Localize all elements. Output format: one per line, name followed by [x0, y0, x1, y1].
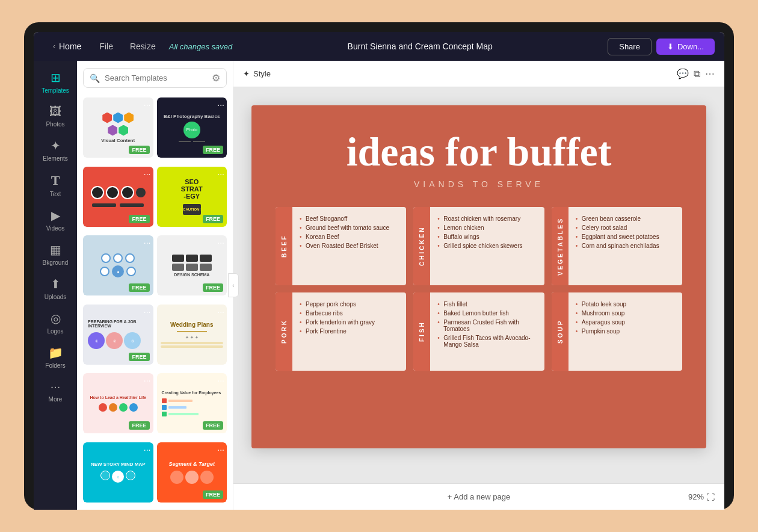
list-item: Potato leek soup	[576, 300, 675, 309]
food-card-soup[interactable]: SOUP Potato leek soup Mushroom soup Aspa…	[552, 292, 682, 371]
canvas-toolbar-icons: 💬 ⧉ ⋯	[677, 68, 715, 79]
template-menu-icon[interactable]: ···	[144, 307, 151, 317]
list-item: Mushroom soup	[576, 309, 675, 318]
template-menu-icon[interactable]: ···	[217, 169, 224, 179]
template-item[interactable]: ● FREE ···	[83, 235, 153, 295]
sidebar-item-background[interactable]: ▦ Bkground	[34, 238, 77, 271]
list-item: Buffalo wings	[437, 232, 537, 241]
icon-sidebar: ⊞ Templates 🖼 Photos ✦ Elements T Text ▶	[34, 61, 77, 510]
canvas-scroll[interactable]: ideas for buffet VIANDS TO SERVE BEEF Be…	[233, 87, 724, 483]
document-title: Burnt Sienna and Cream Concept Map	[232, 42, 608, 51]
download-button[interactable]: ⬇ Down...	[656, 39, 715, 55]
template-item[interactable]: NEW STORY MIND MAP ○ ···	[83, 442, 153, 503]
template-menu-icon[interactable]: ···	[144, 376, 151, 385]
free-badge: FREE	[129, 146, 149, 154]
soup-label: SOUP	[552, 292, 568, 371]
soup-content: Potato leek soup Mushroom soup Asparagus…	[568, 292, 682, 371]
template-item[interactable]: Creating Value for Employees	[157, 373, 227, 433]
list-item: Green bean casserole	[576, 214, 675, 223]
zoom-level: 92%	[688, 492, 704, 501]
videos-label: Videos	[46, 225, 64, 232]
home-button[interactable]: ‹ Home	[43, 32, 91, 61]
list-item: Beef Stroganoff	[300, 214, 399, 223]
sidebar-item-photos[interactable]: 🖼 Photos	[34, 100, 77, 132]
zoom-controls: 92% ⛶	[688, 492, 715, 502]
list-item: Asparagus soup	[576, 318, 675, 327]
vegetables-label: VEGETABLES	[552, 207, 568, 285]
sidebar-item-more[interactable]: ··· More	[34, 375, 77, 407]
expand-icon[interactable]: ⛶	[706, 492, 715, 502]
screen: ‹ Home File Resize All changes saved Bur…	[34, 32, 724, 510]
template-item[interactable]: B&I Photography Basics Photo FREE ···	[157, 97, 227, 158]
food-card-vegetables[interactable]: VEGETABLES Green bean casserole Celery r…	[552, 207, 682, 285]
template-menu-icon[interactable]: ···	[144, 445, 151, 454]
panel-collapse-handle[interactable]: ‹	[228, 273, 239, 297]
food-card-fish[interactable]: FISH Fish fillet Baked Lemon butter fish…	[413, 292, 544, 371]
folders-label: Folders	[45, 362, 65, 369]
template-item[interactable]: FREE ···	[83, 167, 153, 227]
sidebar-item-logos[interactable]: ◎ Logos	[34, 306, 77, 339]
pork-content: Pepper pork chops Barbecue ribs Pork ten…	[292, 292, 406, 371]
template-item[interactable]: Visual Content FREE ···	[83, 97, 153, 158]
template-menu-icon[interactable]: ···	[144, 100, 151, 110]
uploads-icon: ⬆	[51, 277, 61, 291]
template-menu-icon[interactable]: ···	[217, 238, 224, 247]
comment-icon[interactable]: 💬	[677, 68, 689, 79]
laptop-frame: ‹ Home File Resize All changes saved Bur…	[24, 22, 734, 510]
template-menu-icon[interactable]: ···	[217, 100, 224, 110]
sidebar-item-videos[interactable]: ▶ Videos	[34, 203, 77, 237]
sidebar-item-uploads[interactable]: ⬆ Uploads	[34, 272, 77, 305]
template-menu-icon[interactable]: ···	[217, 376, 224, 385]
template-item[interactable]: Wedding Plans ✦ ✦ ✦ ···	[157, 305, 227, 365]
food-card-beef[interactable]: BEEF Beef Stroganoff Ground beef with to…	[276, 207, 406, 285]
filter-icon[interactable]: ⚙	[212, 72, 220, 84]
search-bar: 🔍 ⚙	[83, 68, 227, 88]
free-badge: FREE	[203, 146, 223, 154]
uploads-label: Uploads	[45, 294, 67, 300]
sidebar-item-elements[interactable]: ✦ Elements	[34, 134, 77, 167]
share-button[interactable]: Share	[608, 38, 652, 55]
free-badge: FREE	[203, 215, 223, 223]
home-label: Home	[59, 42, 81, 51]
more-options-icon[interactable]: ⋯	[705, 68, 715, 79]
photos-icon: 🖼	[49, 105, 61, 119]
vegetables-content: Green bean casserole Celery root salad E…	[568, 207, 682, 285]
free-badge: FREE	[129, 283, 149, 292]
resize-button[interactable]: Resize	[122, 32, 164, 61]
list-item: Grilled spice chicken skewers	[437, 241, 537, 250]
list-item: Pumpkin soup	[576, 327, 675, 336]
food-card-chicken[interactable]: CHICKEN Roast chicken with rosemary Lemo…	[413, 207, 544, 285]
search-input[interactable]	[105, 73, 207, 82]
sidebar-item-folders[interactable]: 📁 Folders	[34, 341, 77, 374]
list-item: Barbecue ribs	[300, 309, 399, 318]
template-menu-icon[interactable]: ···	[217, 307, 224, 317]
template-item[interactable]: DESIGN SCHEMA FREE ···	[157, 235, 227, 295]
slide-canvas[interactable]: ideas for buffet VIANDS TO SERVE BEEF Be…	[251, 105, 706, 448]
list-item: Pork Florentine	[300, 327, 399, 336]
add-page-button[interactable]: + Add a new page	[448, 492, 510, 501]
style-button[interactable]: ✦ Style	[243, 69, 271, 78]
sidebar-item-templates[interactable]: ⊞ Templates	[34, 66, 77, 99]
photos-label: Photos	[46, 121, 64, 128]
background-label: Bkground	[43, 259, 69, 266]
search-icon: 🔍	[90, 73, 100, 83]
text-icon: T	[51, 173, 60, 188]
slide-title: ideas for buffet	[276, 129, 682, 175]
file-menu[interactable]: File	[91, 32, 122, 61]
template-item[interactable]: Segment & Target FREE ···	[157, 442, 227, 503]
elements-label: Elements	[43, 155, 68, 162]
template-menu-icon[interactable]: ···	[144, 169, 151, 179]
template-item[interactable]: PREPARING FOR A JOB INTERVIEW ① ② ③ FREE…	[83, 305, 153, 365]
template-item[interactable]: How to Lead a Healthier Life FREE ···	[83, 373, 153, 433]
bottom-bar: + Add a new page 92% ⛶	[233, 483, 724, 510]
template-menu-icon[interactable]: ···	[217, 445, 224, 454]
copy-icon[interactable]: ⧉	[694, 69, 700, 79]
template-menu-icon[interactable]: ···	[144, 238, 151, 247]
template-item[interactable]: SEOSTRAT-EGY CAUTION! FREE ···	[157, 167, 227, 227]
sidebar-item-text[interactable]: T Text	[34, 168, 77, 202]
food-grid: BEEF Beef Stroganoff Ground beef with to…	[276, 207, 682, 371]
background-icon: ▦	[50, 243, 61, 257]
list-item: Fish fillet	[437, 300, 537, 309]
food-card-pork[interactable]: PORK Pepper pork chops Barbecue ribs Por…	[276, 292, 406, 371]
list-item: Parmesan Crusted Fish with Tomatoes	[437, 318, 537, 333]
